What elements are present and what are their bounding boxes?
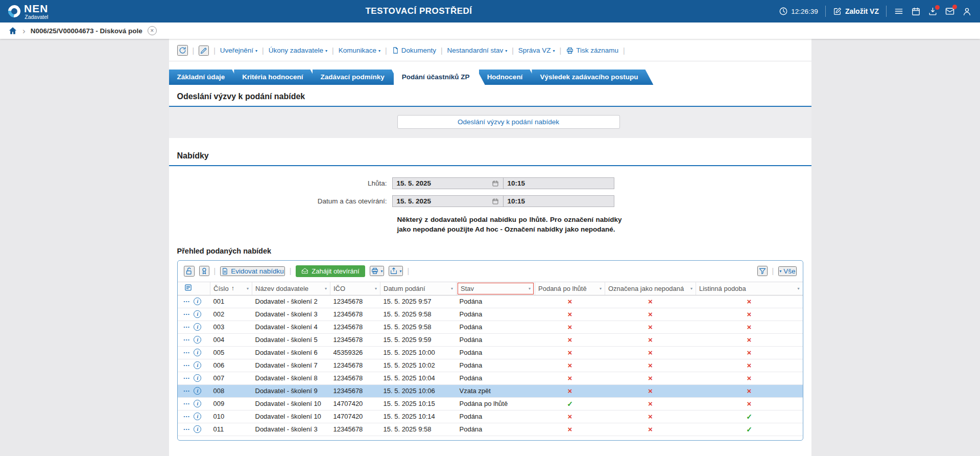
table-row[interactable]: ••• i 001 Dodavatel - školení 2 12345678… bbox=[178, 295, 803, 308]
row-info-icon[interactable]: i bbox=[194, 400, 201, 407]
row-info-icon[interactable]: i bbox=[194, 413, 201, 420]
nepodana-mark: × bbox=[648, 412, 653, 421]
table-row[interactable]: ••• i 004 Dodavatel - školení 5 12345678… bbox=[178, 333, 803, 346]
table-row[interactable]: ••• i 003 Dodavatel - školení 4 12345678… bbox=[178, 321, 803, 333]
filter-dropdown-icon[interactable]: ▾ bbox=[797, 286, 799, 291]
row-actions-icon[interactable]: ••• bbox=[184, 350, 190, 355]
send-invite-button[interactable]: Odeslání výzvy k podání nabídek bbox=[397, 115, 620, 129]
close-record-button[interactable]: × bbox=[148, 26, 157, 35]
filter-dropdown-icon[interactable]: ▾ bbox=[247, 286, 249, 291]
history-button[interactable] bbox=[177, 45, 188, 56]
register-offer-button[interactable]: Evidovat nabídku bbox=[220, 266, 285, 276]
edit-record-button[interactable] bbox=[199, 45, 209, 56]
downloads-button[interactable] bbox=[928, 7, 938, 16]
col-header-nepodana[interactable]: Označena jako nepodaná▾ bbox=[605, 282, 696, 295]
menu-dokumenty[interactable]: Dokumenty bbox=[392, 47, 436, 54]
nen-logo[interactable]: NEN Zadavatel bbox=[8, 3, 48, 20]
col-header-cislo[interactable]: Číslo↑▾ bbox=[210, 282, 252, 295]
row-actions-icon[interactable]: ••• bbox=[184, 312, 190, 316]
filter-button[interactable] bbox=[757, 266, 768, 276]
tab-zadavaci-podminky[interactable]: Zadávací podmínky bbox=[313, 70, 400, 85]
col-header-po-lhute[interactable]: Podaná po lhůtě▾ bbox=[535, 282, 605, 295]
table-row[interactable]: ••• i 006 Dodavatel - školení 7 12345678… bbox=[178, 359, 803, 372]
create-vz-button[interactable]: Založit VZ bbox=[833, 7, 879, 16]
filter-dropdown-icon[interactable]: ▾ bbox=[451, 286, 453, 291]
column-settings-header[interactable] bbox=[178, 282, 210, 295]
menu-nestandardni-stav[interactable]: Nestandardní stav▾ bbox=[447, 47, 508, 54]
col-label-stav: Stav bbox=[461, 285, 474, 292]
table-row[interactable]: ••• i 010 Dodavatel - školení 10 1470742… bbox=[178, 410, 803, 423]
row-actions-icon[interactable]: ••• bbox=[184, 389, 190, 393]
col-header-stav[interactable]: Stav▾ bbox=[457, 282, 535, 295]
row-actions-icon[interactable]: ••• bbox=[184, 337, 190, 342]
table-row[interactable]: ••• i 008 Dodavatel - školení 9 12345678… bbox=[178, 384, 803, 397]
chevron-down-icon: ▾ bbox=[378, 49, 380, 53]
table-row[interactable]: ••• i 002 Dodavatel - školení 3 12345678… bbox=[178, 308, 803, 321]
calendar-icon[interactable] bbox=[492, 198, 499, 205]
row-info-icon[interactable]: i bbox=[194, 374, 201, 382]
profile-button[interactable] bbox=[962, 7, 972, 16]
filter-dropdown-icon[interactable]: ▾ bbox=[529, 286, 531, 291]
export-button[interactable]: ▾ bbox=[389, 266, 403, 276]
seal-button[interactable] bbox=[199, 266, 209, 276]
encryption-lock-button[interactable] bbox=[184, 266, 195, 277]
table-row[interactable]: ••• i 005 Dodavatel - školení 6 45359326… bbox=[178, 346, 803, 359]
cell-nazev: Dodavatel - školení 6 bbox=[252, 346, 330, 359]
row-info-icon[interactable]: i bbox=[194, 298, 201, 305]
table-row[interactable]: ••• i 011 Dodavatel - školení 3 12345678… bbox=[178, 423, 803, 436]
row-actions-icon[interactable]: ••• bbox=[184, 414, 190, 419]
row-actions-icon[interactable]: ••• bbox=[184, 299, 190, 304]
col-header-datum[interactable]: Datum podání▾ bbox=[380, 282, 457, 295]
filter-dropdown-icon[interactable]: ▾ bbox=[600, 286, 602, 291]
row-actions-icon[interactable]: ••• bbox=[184, 363, 190, 368]
menu-sprava-vz[interactable]: Správa VZ▾ bbox=[518, 47, 555, 54]
row-info-icon[interactable]: i bbox=[194, 336, 201, 344]
row-actions-icon[interactable]: ••• bbox=[184, 325, 190, 329]
row-actions-icon[interactable]: ••• bbox=[184, 376, 190, 380]
opening-date-input[interactable]: 15. 5. 2025 bbox=[392, 195, 504, 207]
row-info-icon[interactable]: i bbox=[194, 310, 201, 318]
col-label-po-lhute: Podaná po lhůtě bbox=[538, 285, 587, 292]
tab-zakladni-udaje[interactable]: Základní údaje bbox=[169, 70, 241, 85]
tab-vysledek-zadavaciho-postupu[interactable]: Výsledek zadávacího postupu bbox=[532, 70, 653, 85]
filter-dropdown-icon[interactable]: ▾ bbox=[375, 286, 377, 291]
deadline-date-input[interactable]: 15. 5. 2025 bbox=[392, 177, 504, 189]
breadcrumb-record[interactable]: N006/25/V00004673 - Disková pole bbox=[31, 27, 142, 35]
row-actions-icon[interactable]: ••• bbox=[184, 427, 190, 431]
table-row[interactable]: ••• i 009 Dodavatel - školení 10 1470742… bbox=[178, 397, 803, 410]
tab-hodnoceni[interactable]: Hodnocení bbox=[479, 70, 538, 85]
row-info-icon[interactable]: i bbox=[194, 425, 201, 433]
row-info-icon[interactable]: i bbox=[194, 387, 201, 395]
record-toolbar: | | Uveřejnění▾ | Úkony zadavatele▾ | Ko… bbox=[169, 39, 811, 61]
filter-dropdown-icon[interactable]: ▾ bbox=[690, 286, 692, 291]
menu-ukony-zadavatele[interactable]: Úkony zadavatele▾ bbox=[269, 47, 327, 54]
deadline-time-input[interactable]: 10:15 bbox=[503, 177, 614, 189]
start-opening-button[interactable]: Zahájit otevírání bbox=[296, 265, 365, 277]
opening-time-input[interactable]: 10:15 bbox=[503, 195, 614, 207]
col-header-nazev[interactable]: Název dodavatele▾ bbox=[252, 282, 330, 295]
menu-uverejneni[interactable]: Uveřejnění▾ bbox=[220, 47, 257, 54]
row-info-icon[interactable]: i bbox=[194, 361, 201, 369]
sort-asc-icon[interactable]: ↑ bbox=[231, 285, 234, 292]
filter-dropdown-icon[interactable]: ▾ bbox=[325, 286, 327, 291]
table-row[interactable]: ••• i 007 Dodavatel - školení 8 12345678… bbox=[178, 372, 803, 384]
col-header-listinna[interactable]: Listinná podoba▾ bbox=[696, 282, 803, 295]
menu-komunikace[interactable]: Komunikace▾ bbox=[339, 47, 380, 54]
filter-scope-dropdown[interactable]: ▾ Vše bbox=[778, 266, 796, 276]
calendar-icon[interactable] bbox=[492, 180, 499, 187]
row-info-icon[interactable]: i bbox=[194, 349, 201, 356]
col-header-ico[interactable]: IČO▾ bbox=[330, 282, 380, 295]
tab-kriteria-hodnoceni[interactable]: Kritéria hodnocení bbox=[234, 70, 318, 85]
grid-settings-icon[interactable] bbox=[184, 283, 193, 292]
cell-datum: 15. 5. 2025 9:57 bbox=[380, 295, 457, 308]
print-record-button[interactable]: Tisk záznamu bbox=[566, 47, 618, 55]
messages-button[interactable] bbox=[945, 6, 955, 16]
row-info-icon[interactable]: i bbox=[194, 323, 201, 331]
po-lhute-mark: × bbox=[568, 425, 572, 434]
menu-button[interactable] bbox=[894, 6, 904, 16]
calendar-button[interactable] bbox=[911, 7, 921, 16]
print-grid-button[interactable]: ▾ bbox=[370, 266, 384, 276]
tab-podani-ucastniku-zp[interactable]: Podání účastníků ZP bbox=[394, 70, 485, 85]
row-actions-icon[interactable]: ••• bbox=[184, 401, 190, 406]
home-button[interactable] bbox=[8, 26, 17, 35]
